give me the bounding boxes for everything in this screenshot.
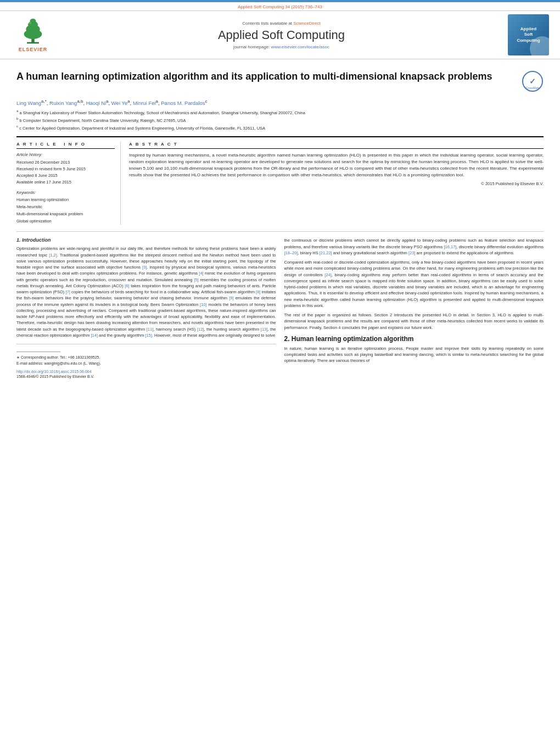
ref-5[interactable]: [5]: [194, 277, 198, 282]
body-columns: 1. Introduction Optimization problems ar…: [16, 231, 544, 380]
affiliation-b: b b Computer Science Department, North C…: [16, 116, 544, 124]
svg-rect-1: [27, 42, 39, 43]
section1-para-right1: the continuous or discrete problems whic…: [284, 237, 544, 256]
abstract-title: A B S T R A C T: [129, 142, 544, 149]
keyword-1: Human learning optimization: [16, 197, 115, 204]
abstract-col: A B S T R A C T Inspired by human learni…: [129, 142, 544, 225]
section1-para-right2: Compared with real-coded or discrete-cod…: [284, 259, 544, 309]
affiliation-a: a a Shanghai Key Laboratory of Power Sta…: [16, 108, 544, 116]
article-dates: Received 26 December 2013 Received in re…: [16, 159, 115, 186]
section1-para1: Optimization problems are wide-ranging a…: [16, 246, 276, 338]
header-section: ELSEVIER Contents lists available at Sci…: [0, 10, 560, 59]
ref-14[interactable]: [14]: [91, 333, 98, 338]
elsevier-text: ELSEVIER: [19, 47, 48, 52]
ref-6[interactable]: [6]: [125, 283, 129, 288]
section2-para1: In nature, human learning is an iterativ…: [284, 345, 544, 364]
sciencedirect-link[interactable]: ScienceDirect: [293, 21, 320, 26]
body-left-col: 1. Introduction Optimization problems ar…: [16, 237, 276, 380]
ref-23[interactable]: [23]: [408, 250, 416, 255]
ref-8[interactable]: [8]: [256, 289, 260, 294]
elsevier-tree-icon: [16, 18, 49, 46]
online-date: Available online 17 June 2015: [16, 179, 115, 186]
sciencedirect-line: Contents lists available at ScienceDirec…: [60, 21, 502, 26]
ref-12[interactable]: [12]: [197, 327, 204, 332]
abstract-text: Inspired by human learning mechanisms, a…: [129, 152, 544, 187]
svg-text:CrossMark: CrossMark: [526, 86, 540, 90]
elsevier-logo: ELSEVIER: [11, 18, 55, 52]
journal-title-main: Applied Soft Computing: [60, 28, 502, 42]
svg-text:✓: ✓: [529, 77, 536, 86]
header-center: Contents lists available at ScienceDirec…: [55, 21, 508, 49]
author-minrui-fei[interactable]: Minrui Fei: [133, 100, 156, 106]
journal-logo-text: AppliedSoftComputing: [517, 26, 540, 43]
body-right-col: the continuous or discrete problems whic…: [284, 237, 544, 380]
ref-1-2[interactable]: [1,2]: [49, 253, 57, 258]
email-note: E-mail address: wangling@shu.edu.cn (L. …: [16, 361, 276, 367]
corresponding-note: ∗ Corresponding author. Tel.: +86 183213…: [16, 355, 276, 361]
ref-4[interactable]: [4]: [199, 271, 203, 276]
authors-line: Ling Wanga,*, Ruixin Yanga,b, Haoqi Nia,…: [16, 99, 544, 106]
affiliations: a a Shanghai Key Laboratory of Power Sta…: [16, 108, 544, 131]
keywords-list: Human learning optimization Meta-heurist…: [16, 197, 115, 225]
author-ruixin-yang[interactable]: Ruixin Yang: [49, 100, 77, 106]
abstract-body: Inspired by human learning mechanisms, a…: [129, 153, 544, 177]
homepage-line: journal homepage: www.elsevier.com/locat…: [60, 44, 502, 49]
svg-point-6: [29, 22, 31, 24]
page: Applied Soft Computing 34 (2015) 736–743…: [0, 0, 560, 742]
corresponding-text: ∗ Corresponding author. Tel.: +86 183213…: [16, 355, 100, 359]
issn-text: 1568-4946/© 2015 Published by Elsevier B…: [16, 374, 276, 380]
journal-logo-box: AppliedSoftComputing: [508, 14, 549, 55]
author-wei-ye[interactable]: Wei Ye: [111, 100, 127, 106]
journal-ref-text: Applied Soft Computing 34 (2015) 736–743: [238, 4, 322, 9]
article-info-title: A R T I C L E I N F O: [16, 142, 115, 149]
section2-heading: 2. Human learning optimization algorithm: [284, 335, 544, 343]
ref-18-20[interactable]: [18–20]: [284, 250, 298, 255]
keyword-4: Global optimization: [16, 218, 115, 225]
ref-24[interactable]: [24]: [324, 272, 332, 277]
keyword-3: Multi-dimensional knapsack problem: [16, 211, 115, 218]
revised-date: Received in revised form 5 June 2015: [16, 166, 115, 172]
email-text: E-mail address: wangling@shu.edu.cn (L. …: [16, 361, 101, 365]
ref-13[interactable]: [13]: [261, 327, 268, 332]
homepage-link[interactable]: www.elsevier.com/locate/asoc: [271, 44, 329, 49]
article-content: A human learning optimization algorithm …: [0, 59, 560, 386]
ref-10[interactable]: [10]: [200, 302, 207, 307]
copyright-notice: © 2015 Published by Elsevier B.V.: [129, 181, 544, 187]
crossmark-icon: ✓ CrossMark: [522, 71, 543, 92]
ref-21-22[interactable]: [21,22]: [320, 250, 332, 255]
ref-7[interactable]: [7]: [66, 289, 70, 294]
journal-ref: Applied Soft Computing 34 (2015) 736–743: [0, 2, 560, 10]
accepted-date: Accepted 8 June 2015: [16, 172, 115, 179]
ref-3[interactable]: [3]: [142, 265, 147, 270]
ref-9[interactable]: [9]: [229, 295, 233, 300]
section1-heading: 1. Introduction: [16, 237, 276, 243]
ref-11[interactable]: [11]: [147, 327, 154, 332]
footer-divider: [16, 352, 60, 352]
article-history-label: Article history:: [16, 152, 115, 157]
author-pardalos[interactable]: Panos M. Pardalos: [161, 100, 205, 106]
article-info-abstract: A R T I C L E I N F O Article history: R…: [16, 136, 544, 225]
footer-section: ∗ Corresponding author. Tel.: +86 183213…: [16, 344, 276, 380]
ref-15[interactable]: [15]: [145, 333, 152, 338]
author-ling-wang[interactable]: Ling Wang: [16, 100, 41, 106]
section1-para-right3: The rest of the paper is organized as fo…: [284, 312, 544, 331]
affiliation-c: c c Center for Applied Optimization, Dep…: [16, 124, 544, 131]
keywords-label: Keywords:: [16, 190, 115, 195]
article-info-col: A R T I C L E I N F O Article history: R…: [16, 142, 121, 225]
keyword-2: Meta-heuristic: [16, 204, 115, 211]
author-haoqi-ni[interactable]: Haoqi Ni: [86, 100, 106, 106]
article-title: A human learning optimization algorithm …: [16, 70, 513, 83]
received-date: Received 26 December 2013: [16, 159, 115, 166]
crossmark-logo: ✓ CrossMark: [522, 70, 544, 92]
ref-16-17[interactable]: [16,17]: [444, 244, 456, 249]
doi-link[interactable]: http://dx.doi.org/10.1016/j.asoc.2015.06…: [16, 370, 92, 373]
article-title-section: A human learning optimization algorithm …: [16, 64, 544, 96]
